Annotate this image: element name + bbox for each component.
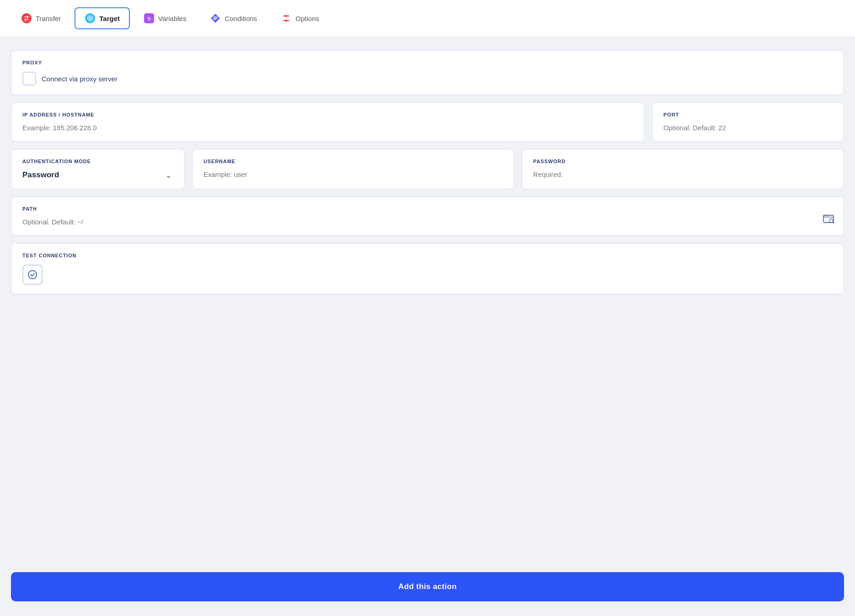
tab-target-label: Target [99, 15, 120, 22]
path-input[interactable] [22, 218, 805, 226]
action-bar: Add this action [0, 563, 855, 616]
username-input[interactable] [203, 170, 503, 178]
auth-label: AUTHENTICATION MODE [22, 159, 173, 164]
ip-port-row: IP ADDRESS / HOSTNAME PORT [11, 102, 844, 142]
auth-select-wrapper: Password ⌄ [22, 170, 173, 180]
test-connection-label: TEST CONNECTION [22, 253, 833, 258]
tab-target[interactable]: Target [75, 7, 130, 29]
app-container: Transfer Target S Variables [0, 0, 855, 616]
svg-point-3 [89, 17, 91, 19]
proxy-card: PROXY Connect via proxy server [11, 50, 844, 95]
port-input[interactable] [663, 124, 833, 132]
proxy-label: PROXY [22, 60, 833, 65]
svg-point-8 [285, 15, 288, 17]
add-action-button[interactable]: Add this action [11, 572, 844, 601]
variables-icon: S [144, 13, 155, 24]
ip-label: IP ADDRESS / HOSTNAME [22, 112, 633, 117]
transfer-icon [21, 13, 32, 24]
password-input[interactable] [533, 170, 833, 178]
svg-text:IP: IP [214, 16, 218, 21]
svg-point-17 [28, 271, 37, 279]
auth-row: AUTHENTICATION MODE Password ⌄ USERNAME … [11, 149, 844, 189]
conditions-icon: IP [210, 13, 221, 24]
target-icon [85, 13, 96, 24]
tab-options[interactable]: Options [271, 7, 329, 29]
main-content: PROXY Connect via proxy server IP ADDRES… [0, 37, 855, 563]
path-card: PATH [11, 196, 844, 236]
tab-options-label: Options [295, 15, 319, 22]
username-card: USERNAME [192, 149, 514, 189]
test-connection-card: TEST CONNECTION [11, 243, 844, 294]
tab-conditions-label: Conditions [224, 15, 257, 22]
tab-conditions[interactable]: IP Conditions [200, 7, 267, 29]
username-label: USERNAME [203, 159, 503, 164]
chevron-down-icon[interactable]: ⌄ [166, 171, 171, 180]
svg-text:S: S [147, 15, 150, 22]
tab-bar: Transfer Target S Variables [0, 0, 855, 37]
port-card: PORT [652, 102, 844, 142]
options-icon [281, 13, 292, 24]
auth-select-value: Password [22, 170, 59, 180]
password-label: PASSWORD [533, 159, 833, 164]
auth-card: AUTHENTICATION MODE Password ⌄ [11, 149, 185, 189]
path-label: PATH [22, 206, 833, 212]
tab-transfer-label: Transfer [36, 15, 61, 22]
proxy-row: Connect via proxy server [22, 72, 833, 85]
tab-transfer[interactable]: Transfer [11, 7, 71, 29]
svg-point-0 [21, 13, 32, 23]
password-card: PASSWORD [522, 149, 844, 189]
port-label: PORT [663, 112, 833, 117]
tab-variables[interactable]: S Variables [134, 7, 196, 29]
tab-variables-label: Variables [158, 15, 186, 22]
proxy-checkbox-label: Connect via proxy server [42, 75, 118, 83]
svg-point-9 [285, 20, 288, 22]
proxy-checkbox[interactable] [22, 72, 36, 85]
ip-card: IP ADDRESS / HOSTNAME [11, 102, 645, 142]
test-connection-button[interactable] [22, 265, 43, 285]
ip-input[interactable] [22, 124, 633, 132]
browse-folder-icon[interactable] [823, 212, 834, 227]
